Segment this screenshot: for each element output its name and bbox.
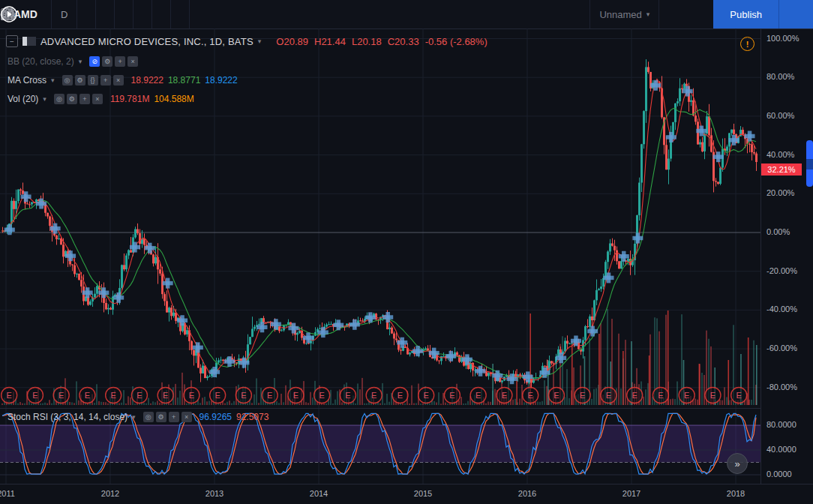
indicator-name[interactable]: BB (20, close, 2) [8,56,74,67]
chevron-down-icon[interactable]: ▾ [51,76,55,84]
compare-icon[interactable] [96,0,114,28]
year-label: 2013 [206,489,224,498]
price-tick-label: 0.00% [766,227,790,236]
close-icon[interactable]: × [128,56,138,67]
line-tools-icon[interactable] [115,0,133,28]
indicators-icon[interactable] [134,0,152,28]
plus-icon[interactable]: + [100,75,111,86]
eye-icon[interactable]: ◎ [143,412,154,422]
svg-text:E: E [632,391,637,400]
indicator-controls: ◎ ⚙ {} + × [62,75,124,86]
price-tick-label: 100.00% [766,34,799,43]
plus-icon[interactable]: + [80,94,90,104]
fullscreen-icon[interactable] [677,0,695,28]
year-label: 2017 [622,489,640,498]
price-tick-label: 40.00% [766,150,794,159]
change-value: -0.56 (-2.68%) [425,36,488,47]
price-scale-scrollbar[interactable] [806,140,813,187]
go-to-realtime-button[interactable]: » [727,453,748,474]
svg-text:E: E [527,391,532,400]
ma-cross-markers [4,80,755,384]
close-icon[interactable]: × [113,75,124,86]
svg-text:E: E [658,391,663,400]
redo-icon[interactable] [208,0,226,28]
plus-icon[interactable]: + [169,412,179,422]
price-tick-label: 60.00% [766,111,794,120]
publish-play-button[interactable] [779,0,813,28]
source-code-icon[interactable]: {} [88,75,98,86]
indicator-row-bb[interactable]: BB (20, close, 2) ▾ ⊘ ⚙ + × [8,56,141,67]
close-icon[interactable]: × [92,94,103,104]
main-series-legend[interactable]: − ADVANCED MICRO DEVICES, INC., 1D, BATS… [6,35,488,47]
camera-icon[interactable] [695,0,713,28]
chevron-down-icon[interactable]: ▾ [43,95,46,103]
svg-text:E: E [423,391,428,400]
indicator-name[interactable]: MA Cross [8,75,46,86]
close-icon[interactable]: × [182,412,192,422]
year-label: 2012 [101,489,119,498]
price-tick-label: -20.00% [766,266,797,275]
main-price-pane[interactable]: EEEEEEEEEEEEEEEEEEEEEEEEEEEEE [0,28,760,409]
ma-cross-value: 18.9222 [205,75,237,86]
price-tick-label: 80.00% [766,72,794,81]
stoch-tick-label: 0.0000 [766,470,792,478]
gear-icon[interactable]: ⚙ [75,75,86,86]
eye-icon[interactable]: ◎ [54,94,64,104]
eye-icon[interactable]: ◎ [62,75,73,86]
year-label: 2018 [727,489,745,498]
gear-icon[interactable]: ⚙ [67,94,77,104]
undo-icon[interactable] [190,0,208,28]
replay-icon[interactable] [171,0,189,28]
indicator-row-stoch-rsi[interactable]: Stoch RSI (3, 3, 14, 14, close) ▾ ◎ ⚙ + … [8,412,268,422]
series-style-marker [22,37,36,46]
layout-name-menu[interactable]: Unnamed ▾ [590,0,658,28]
pane-separator[interactable] [0,408,760,409]
indicator-name[interactable]: Stoch RSI (3, 3, 14, 14, close) [8,412,128,422]
layout-icon[interactable] [572,0,590,28]
chart-style-icon[interactable] [77,0,95,28]
svg-text:E: E [241,391,246,400]
svg-text:E: E [476,391,481,400]
chevron-down-icon[interactable]: ▾ [258,38,262,45]
price-tick-label: -60.00% [766,344,797,352]
indicator-controls: ◎ ⚙ + × [54,94,103,104]
svg-text:E: E [371,391,376,400]
publish-button[interactable]: Publish [713,0,778,28]
eye-hidden-icon[interactable]: ⊘ [89,56,100,67]
price-axis[interactable]: 100.00%80.00%60.00%40.00%20.00%0.00%-20.… [760,28,813,484]
svg-text:E: E [58,391,64,400]
svg-text:E: E [449,391,454,400]
volume-ma-value: 104.588M [154,94,194,104]
gear-icon[interactable]: ⚙ [102,56,112,67]
stoch-d-value: 92.5073 [236,412,268,422]
chevron-down-icon[interactable]: ▾ [132,413,136,421]
indicator-row-volume[interactable]: Vol (20) ▾ ◎ ⚙ + × 119.781M 104.588M [8,94,194,104]
interval-button[interactable]: D [52,0,76,28]
ohlc-values: O20.89 H21.44 L20.18 C20.33 -0.56 (-2.68… [276,36,487,47]
svg-text:E: E [684,391,689,400]
price-tick-label: -80.00% [766,382,797,392]
indicator-name[interactable]: Vol (20) [8,94,38,104]
collapse-legend-icon[interactable]: − [6,35,18,47]
stoch-tick-label: 80.0000 [766,420,796,429]
indicator-row-ma-cross[interactable]: MA Cross ▾ ◎ ⚙ {} + × 18.9222 18.8771 18… [8,75,238,86]
svg-text:E: E [136,391,142,400]
plus-icon[interactable]: + [115,56,125,67]
gear-icon[interactable]: ⚙ [156,412,166,422]
price-tick-label: -40.00% [766,304,797,314]
chevron-down-icon[interactable]: ▾ [79,58,82,65]
warning-icon[interactable]: ! [740,37,754,51]
volume-value: 119.781M [110,94,149,104]
publish-block: Publish [713,0,813,28]
toolbar-right: Unnamed ▾ [572,0,813,28]
alert-icon[interactable] [152,0,170,28]
settings-gear-icon[interactable] [659,0,677,28]
last-price-badge: 32.21% [761,164,802,176]
svg-text:E: E [502,391,507,400]
year-label: 2014 [310,489,328,498]
series-title[interactable]: ADVANCED MICRO DEVICES, INC., 1D, BATS [40,36,254,47]
svg-text:E: E [189,391,194,400]
time-axis[interactable]: 20112012201320142015201620172018 [0,484,813,504]
top-toolbar: AMD D [0,0,813,29]
ma-slow-value: 18.8771 [168,75,200,86]
